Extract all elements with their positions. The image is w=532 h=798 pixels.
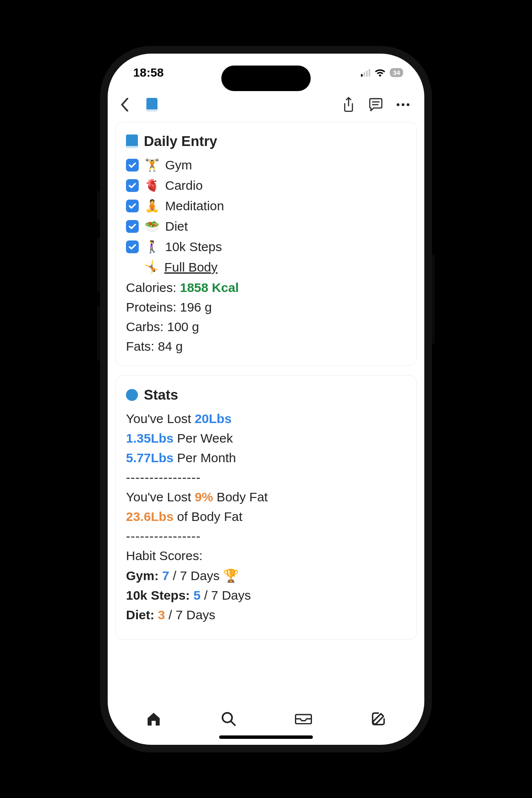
mute-switch — [97, 191, 100, 220]
habit-label: Diet — [165, 219, 188, 234]
divider: ---------------- — [126, 470, 406, 485]
journal-icon[interactable] — [143, 96, 160, 113]
checkbox-icon[interactable] — [126, 220, 139, 233]
dynamic-island — [221, 66, 311, 91]
habit-score-gym: Gym: 7 / 7 Days 🏆 — [126, 568, 406, 583]
stats-card: Stats You've Lost 20Lbs 1.35Lbs Per Week… — [115, 375, 417, 640]
wifi-icon — [375, 69, 386, 77]
app-header — [108, 92, 424, 122]
bodyfat-lbs-row: 23.6Lbs of Body Fat — [126, 509, 406, 524]
meditation-emoji-icon: 🧘 — [145, 199, 159, 213]
fats-row: Fats: 84 g — [126, 339, 406, 354]
habit-score-diet: Diet: 3 / 7 Days — [126, 608, 406, 622]
calories-row: Calories: 1858 Kcal — [126, 280, 406, 295]
gym-emoji-icon: 🏋️ — [145, 158, 159, 172]
share-button[interactable] — [340, 96, 357, 113]
nav-search[interactable] — [219, 709, 238, 728]
habit-steps[interactable]: 🚶‍♀️ 10k Steps — [126, 240, 406, 254]
carbs-row: Carbs: 100 g — [126, 320, 406, 334]
back-button[interactable] — [116, 96, 133, 113]
battery-icon: 34 — [390, 68, 403, 77]
proteins-row: Proteins: 196 g — [126, 300, 406, 315]
cellular-signal-icon — [361, 69, 370, 77]
nav-inbox[interactable] — [294, 709, 313, 728]
divider: ---------------- — [126, 529, 406, 543]
workout-link-label: Full Body — [164, 260, 217, 275]
calories-value: 1858 Kcal — [180, 280, 239, 295]
comments-button[interactable] — [367, 96, 384, 113]
bodyfat-lbs-value: 23.6Lbs — [126, 509, 174, 523]
habit-diet[interactable]: 🥗 Diet — [126, 219, 406, 234]
habit-label: Meditation — [165, 199, 224, 213]
body-emoji-icon: 🤸 — [144, 260, 158, 274]
salad-emoji-icon: 🥗 — [145, 219, 159, 233]
per-week-row: 1.35Lbs Per Week — [126, 431, 406, 446]
svg-point-0 — [397, 103, 399, 106]
habit-score-steps: 10k Steps: 5 / 7 Days — [126, 588, 406, 603]
checkbox-icon[interactable] — [126, 200, 139, 212]
habit-score-value: 7 — [162, 569, 169, 583]
checkbox-icon[interactable] — [126, 179, 139, 192]
screen: 18:58 34 — [108, 54, 424, 745]
volume-up-button — [97, 237, 100, 293]
nav-home[interactable] — [144, 709, 163, 728]
habit-score-value: 5 — [193, 588, 200, 602]
home-indicator[interactable] — [219, 735, 313, 739]
checkbox-icon[interactable] — [126, 240, 139, 253]
habit-label: Gym — [165, 158, 192, 172]
bodyfat-pct-row: You've Lost 9% Body Fat — [126, 490, 406, 504]
habit-gym[interactable]: 🏋️ Gym — [126, 158, 406, 172]
svg-point-2 — [407, 103, 409, 106]
workout-link[interactable]: 🤸 Full Body — [126, 260, 406, 275]
habit-meditation[interactable]: 🧘 Meditation — [126, 199, 406, 213]
svg-point-1 — [402, 103, 404, 106]
phone-frame: 18:58 34 — [100, 46, 432, 752]
trophy-icon: 🏆 — [223, 569, 239, 583]
habit-score-value: 3 — [158, 608, 165, 622]
habit-label: Cardio — [165, 178, 203, 193]
daily-entry-card: Daily Entry 🏋️ Gym 🫀 Cardio 🧘 Meditation — [115, 122, 417, 366]
weight-lost-value: 20Lbs — [194, 412, 232, 426]
stats-title: Stats — [144, 387, 178, 403]
heart-emoji-icon: 🫀 — [145, 178, 159, 192]
daily-entry-title: Daily Entry — [144, 133, 217, 149]
power-button — [432, 255, 435, 344]
more-button[interactable] — [395, 96, 412, 113]
checkbox-icon[interactable] — [126, 159, 139, 172]
status-time: 18:58 — [133, 66, 164, 80]
habit-cardio[interactable]: 🫀 Cardio — [126, 178, 406, 193]
nav-compose[interactable] — [369, 709, 388, 728]
walking-emoji-icon: 🚶‍♀️ — [145, 240, 159, 254]
bodyfat-pct-value: 9% — [194, 490, 213, 504]
habit-scores-header: Habit Scores: — [126, 549, 406, 563]
book-icon — [126, 134, 138, 148]
volume-down-button — [97, 306, 100, 361]
habit-label: 10k Steps — [165, 240, 222, 254]
per-week-value: 1.35Lbs — [126, 431, 174, 445]
per-month-row: 5.77Lbs Per Month — [126, 451, 406, 465]
per-month-value: 5.77Lbs — [126, 451, 174, 465]
dot-icon — [126, 389, 138, 401]
content-scroll[interactable]: Daily Entry 🏋️ Gym 🫀 Cardio 🧘 Meditation — [108, 122, 424, 698]
weight-lost-row: You've Lost 20Lbs — [126, 412, 406, 426]
